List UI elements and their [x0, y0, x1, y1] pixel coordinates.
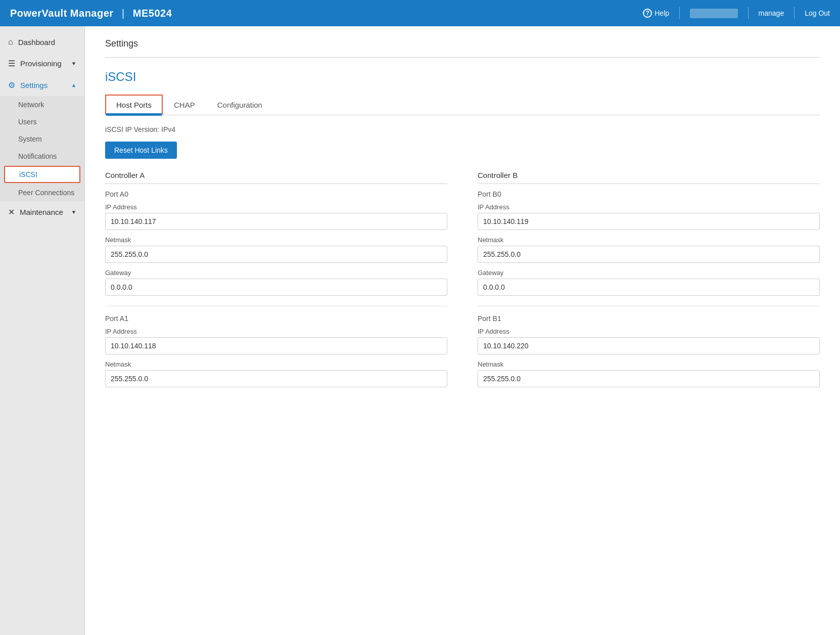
- controllers-section: Controller A Port A0 IP Address Netmask …: [105, 171, 820, 397]
- port-a0-netmask-label: Netmask: [105, 236, 447, 244]
- settings-icon: ⚙: [8, 80, 15, 90]
- iscsi-version-value: IPv4: [161, 125, 175, 133]
- port-a0-ip-group: IP Address: [105, 203, 447, 230]
- port-b1-netmask-label: Netmask: [478, 360, 820, 368]
- port-a0-gateway-label: Gateway: [105, 269, 447, 277]
- app-name: PowerVault Manager: [10, 8, 114, 19]
- tab-configuration[interactable]: Configuration: [206, 95, 273, 115]
- port-a0-ip-input[interactable]: [105, 213, 447, 230]
- port-b0-gateway-input[interactable]: [478, 279, 820, 296]
- sidebar-dashboard-label: Dashboard: [18, 38, 55, 47]
- manage-link[interactable]: manage: [759, 9, 784, 17]
- port-b1-section: Port B1 IP Address Netmask: [478, 314, 820, 387]
- port-a0-ip-label: IP Address: [105, 203, 447, 211]
- sidebar-item-system[interactable]: System: [0, 130, 84, 148]
- port-a0-gateway-input[interactable]: [105, 279, 447, 296]
- port-b1-ip-group: IP Address: [478, 328, 820, 354]
- sidebar-item-iscsi[interactable]: iSCSI: [4, 166, 80, 183]
- sidebar-item-dashboard[interactable]: ⌂ Dashboard: [0, 31, 84, 53]
- sidebar-item-provisioning[interactable]: ☰ Provisioning ▼: [0, 53, 84, 74]
- port-a1-section: Port A1 IP Address Netmask: [105, 314, 447, 387]
- sidebar-item-network[interactable]: Network: [0, 96, 84, 113]
- maintenance-arrow: ▼: [71, 209, 76, 215]
- device-name: ME5024: [133, 8, 172, 19]
- port-b0-ip-label: IP Address: [478, 203, 820, 211]
- port-b1-title: Port B1: [478, 314, 820, 323]
- port-b1-ip-label: IP Address: [478, 328, 820, 335]
- home-icon: ⌂: [8, 37, 13, 47]
- header-title: PowerVault Manager | ME5024: [10, 8, 172, 19]
- port-a1-ip-input[interactable]: [105, 337, 447, 354]
- sidebar-item-notifications[interactable]: Notifications: [0, 148, 84, 165]
- section-title: iSCSI: [105, 70, 820, 84]
- port-b0-ip-input[interactable]: [478, 213, 820, 230]
- reset-host-links-button[interactable]: Reset Host Links: [105, 142, 177, 159]
- port-a1-title: Port A1: [105, 314, 447, 323]
- port-b0-gateway-label: Gateway: [478, 269, 820, 277]
- header-sep-3: [794, 7, 795, 19]
- header-sep-2: [748, 7, 749, 19]
- iscsi-version-label: iSCSI IP Version:: [105, 125, 159, 133]
- header: PowerVault Manager | ME5024 ? Help ■■■■■…: [0, 0, 840, 26]
- port-a1-netmask-input[interactable]: [105, 370, 447, 387]
- provisioning-arrow: ▼: [71, 61, 76, 66]
- maintenance-icon: ✕: [8, 207, 15, 217]
- app-body: ⌂ Dashboard ☰ Provisioning ▼ ⚙ Settings …: [0, 26, 840, 635]
- sidebar-provisioning-label: Provisioning: [20, 59, 62, 68]
- port-a0-section: Port A0 IP Address Netmask Gateway: [105, 190, 447, 296]
- port-b-separator: [478, 306, 820, 306]
- port-a0-netmask-group: Netmask: [105, 236, 447, 263]
- port-a-separator: [105, 306, 447, 306]
- header-divider: |: [122, 8, 125, 19]
- port-a1-netmask-label: Netmask: [105, 360, 447, 368]
- port-a1-ip-label: IP Address: [105, 328, 447, 335]
- iscsi-version: iSCSI IP Version: IPv4: [105, 125, 820, 133]
- port-b0-title: Port B0: [478, 190, 820, 198]
- port-b0-gateway-group: Gateway: [478, 269, 820, 296]
- port-a0-title: Port A0: [105, 190, 447, 198]
- port-b0-netmask-label: Netmask: [478, 236, 820, 244]
- header-right: ? Help ■■■■■■■■■■ manage Log Out: [643, 7, 830, 19]
- sidebar-item-peer-connections[interactable]: Peer Connections: [0, 184, 84, 201]
- port-b0-ip-group: IP Address: [478, 203, 820, 230]
- tab-host-ports[interactable]: Host Ports: [105, 95, 163, 115]
- help-icon: ?: [643, 9, 652, 18]
- port-b0-netmask-input[interactable]: [478, 246, 820, 263]
- help-button[interactable]: ? Help: [643, 9, 669, 18]
- port-b0-netmask-group: Netmask: [478, 236, 820, 263]
- tab-chap[interactable]: CHAP: [163, 95, 206, 115]
- tabs-container: Host Ports CHAP Configuration: [105, 94, 820, 115]
- port-b0-section: Port B0 IP Address Netmask Gateway: [478, 190, 820, 296]
- tab-underline: [106, 113, 162, 115]
- logout-link[interactable]: Log Out: [805, 9, 830, 17]
- sidebar-item-maintenance[interactable]: ✕ Maintenance ▼: [0, 201, 84, 223]
- settings-arrow: ▲: [71, 82, 76, 88]
- sidebar-settings-label: Settings: [20, 81, 48, 89]
- sidebar-sub-menu: Network Users System Notifications iSCSI…: [0, 96, 84, 201]
- controller-b-title: Controller B: [478, 171, 820, 184]
- port-b1-netmask-input[interactable]: [478, 370, 820, 387]
- sidebar-item-users[interactable]: Users: [0, 113, 84, 130]
- port-b1-ip-input[interactable]: [478, 337, 820, 354]
- port-b1-netmask-group: Netmask: [478, 360, 820, 387]
- sidebar-item-settings[interactable]: ⚙ Settings ▲: [0, 74, 84, 96]
- header-sep-1: [679, 7, 680, 19]
- title-divider: [105, 57, 820, 58]
- port-a1-netmask-group: Netmask: [105, 360, 447, 387]
- sidebar: ⌂ Dashboard ☰ Provisioning ▼ ⚙ Settings …: [0, 26, 85, 635]
- sidebar-maintenance-label: Maintenance: [20, 208, 63, 216]
- help-label: Help: [655, 9, 669, 17]
- controller-b: Controller B Port B0 IP Address Netmask …: [478, 171, 820, 397]
- main-content: Settings iSCSI Host Ports CHAP Configura…: [85, 26, 840, 635]
- provisioning-icon: ☰: [8, 59, 15, 68]
- user-display: ■■■■■■■■■■: [690, 9, 738, 18]
- controller-a-title: Controller A: [105, 171, 447, 184]
- controller-a: Controller A Port A0 IP Address Netmask …: [105, 171, 447, 397]
- port-a0-gateway-group: Gateway: [105, 269, 447, 296]
- port-a1-ip-group: IP Address: [105, 328, 447, 354]
- port-a0-netmask-input[interactable]: [105, 246, 447, 263]
- page-title: Settings: [105, 38, 820, 49]
